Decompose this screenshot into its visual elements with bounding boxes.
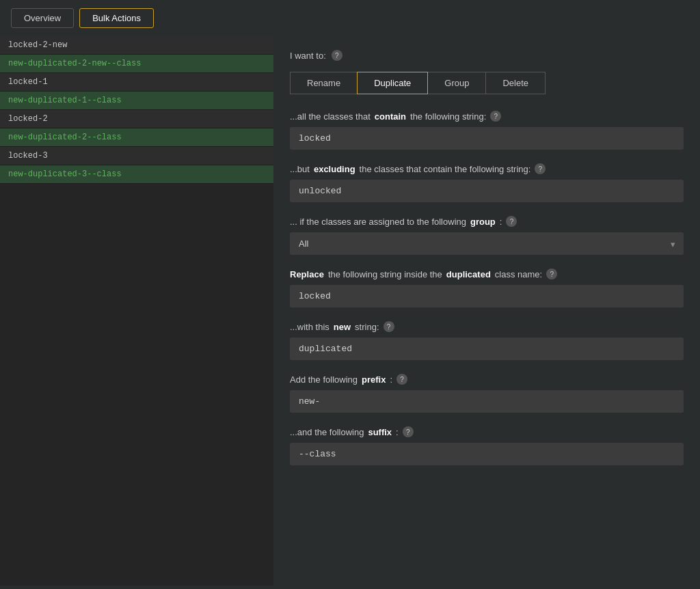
select-wrapper-group: All	[290, 232, 684, 255]
left-panel: locked-2-newnew-duplicated-2-new--classl…	[0, 36, 273, 586]
i-want-to-row: I want to: ?	[290, 50, 684, 61]
form-section-group: ... if the classes are assigned to the f…	[290, 216, 684, 255]
form-section-suffix: ...and the following suffix:?	[290, 426, 684, 465]
list-item[interactable]: locked-2	[0, 110, 273, 128]
right-panel: I want to: ? RenameDuplicateGroupDelete …	[273, 36, 700, 586]
i-want-to-label: I want to:	[290, 51, 326, 61]
input-newstring[interactable]	[290, 338, 684, 360]
select-group[interactable]: All	[290, 232, 684, 255]
list-item[interactable]: locked-2-new	[0, 36, 273, 55]
help-icon-prefix[interactable]: ?	[396, 374, 407, 385]
form-label-excluding: ...but excluding the classes that contai…	[290, 163, 684, 174]
form-label-replace: Replace the following string inside the …	[290, 269, 684, 279]
form-section-excluding: ...but excluding the classes that contai…	[290, 163, 684, 202]
input-excluding[interactable]	[290, 180, 684, 202]
form-section-prefix: Add the following prefix:?	[290, 374, 684, 413]
form-section-newstring: ...with this new string:?	[290, 321, 684, 360]
list-item[interactable]: new-duplicated-1--class	[0, 92, 273, 110]
action-tab-rename[interactable]: Rename	[290, 72, 358, 94]
list-item[interactable]: new-duplicated-2--class	[0, 128, 273, 147]
help-icon-replace[interactable]: ?	[546, 269, 557, 279]
action-tab-group[interactable]: Group	[427, 72, 486, 94]
action-tab-duplicate[interactable]: Duplicate	[357, 72, 428, 94]
form-label-group: ... if the classes are assigned to the f…	[290, 216, 684, 227]
list-item[interactable]: new-duplicated-3--class	[0, 165, 273, 184]
list-item[interactable]: locked-3	[0, 147, 273, 165]
overview-tab[interactable]: Overview	[11, 8, 74, 28]
list-item[interactable]: new-duplicated-2-new--class	[0, 55, 273, 73]
form-label-suffix: ...and the following suffix:?	[290, 426, 684, 437]
help-icon-newstring[interactable]: ?	[383, 321, 394, 332]
form-label-contain: ...all the classes that contain the foll…	[290, 111, 684, 122]
action-tab-delete[interactable]: Delete	[485, 72, 546, 94]
i-want-to-help-icon[interactable]: ?	[332, 50, 342, 61]
input-suffix[interactable]	[290, 443, 684, 465]
help-icon-group[interactable]: ?	[506, 216, 517, 227]
form-section-replace: Replace the following string inside the …	[290, 269, 684, 307]
top-nav: Overview Bulk Actions	[0, 0, 700, 36]
help-icon-excluding[interactable]: ?	[535, 163, 546, 174]
help-icon-suffix[interactable]: ?	[403, 426, 414, 437]
form-label-prefix: Add the following prefix:?	[290, 374, 684, 385]
help-icon-contain[interactable]: ?	[490, 111, 501, 122]
input-contain[interactable]	[290, 127, 684, 150]
form-label-newstring: ...with this new string:?	[290, 321, 684, 332]
list-item[interactable]: locked-1	[0, 73, 273, 92]
main-content: locked-2-newnew-duplicated-2-new--classl…	[0, 36, 700, 586]
input-prefix[interactable]	[290, 390, 684, 413]
form-section-contain: ...all the classes that contain the foll…	[290, 111, 684, 150]
form-sections: ...all the classes that contain the foll…	[290, 111, 684, 465]
bulk-actions-tab[interactable]: Bulk Actions	[79, 8, 154, 28]
action-tabs: RenameDuplicateGroupDelete	[290, 72, 684, 94]
input-replace[interactable]	[290, 285, 684, 307]
